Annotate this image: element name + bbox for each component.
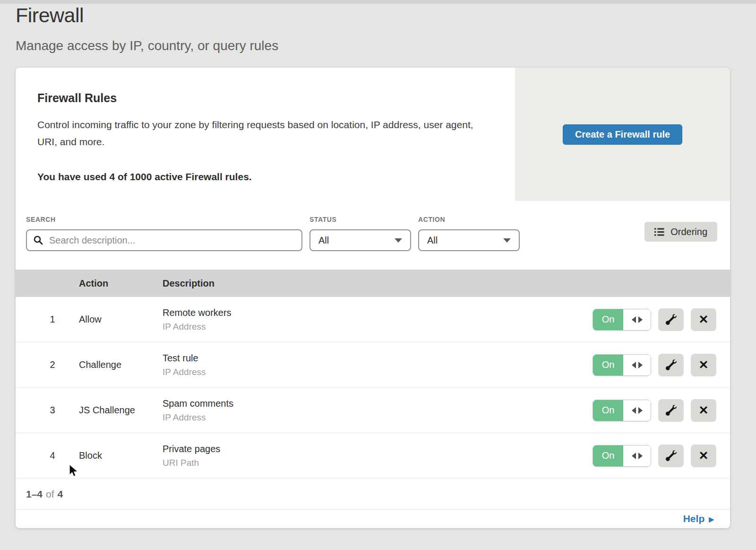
rule-priority: 3 (26, 405, 79, 416)
status-select[interactable]: All (309, 229, 411, 251)
create-firewall-rule-button[interactable]: Create a Firewall rule (563, 124, 682, 145)
page-header: Firewall Manage access by IP, country, o… (16, 4, 278, 53)
rules-table-body: 1 Allow Remote workers IP Address On ✕ (16, 297, 730, 479)
rule-match-type: IP Address (163, 322, 593, 332)
usage-note: You have used 4 of 1000 active Firewall … (37, 171, 496, 183)
page-subtitle: Manage access by IP, country, or query r… (16, 38, 278, 53)
action-column-header: Action (79, 278, 163, 289)
toggle-drag-handle[interactable] (623, 400, 651, 421)
toggle-on-label: On (593, 445, 623, 466)
chevron-down-icon (503, 238, 511, 243)
page-title: Firewall (16, 4, 278, 27)
pagination-range: 1–4 (26, 489, 43, 500)
triangle-left-icon (632, 407, 636, 414)
rule-action: Allow (79, 314, 163, 325)
table-row: 1 Allow Remote workers IP Address On ✕ (16, 297, 730, 342)
table-row: 2 Challenge Test rule IP Address On ✕ (16, 342, 730, 388)
status-label: STATUS (309, 216, 411, 223)
card-description: Control incoming traffic to your zone by… (37, 116, 484, 150)
pagination-separator: of (46, 489, 54, 500)
edit-rule-button[interactable] (658, 308, 684, 331)
rule-description: Test rule (163, 353, 593, 364)
action-selected-value: All (427, 235, 438, 246)
triangle-right-icon (638, 453, 643, 459)
rule-match-type: IP Address (163, 367, 593, 377)
edit-rule-button[interactable] (658, 445, 684, 467)
wrench-icon (666, 314, 677, 325)
action-select[interactable]: All (418, 229, 520, 251)
triangle-right-icon (638, 407, 643, 414)
help-link-label: Help (683, 513, 705, 524)
rule-action: JS Challenge (79, 405, 163, 416)
rule-enabled-toggle[interactable]: On (593, 400, 651, 421)
create-rule-panel: Create a Firewall rule (515, 68, 730, 201)
close-icon: ✕ (699, 314, 709, 325)
close-icon: ✕ (699, 359, 709, 371)
toggle-drag-handle[interactable] (623, 445, 651, 466)
card-heading: Firewall Rules (37, 91, 496, 105)
rule-match-type: URI Path (163, 458, 593, 468)
rule-priority: 1 (26, 314, 79, 325)
rule-match-type: IP Address (163, 412, 593, 423)
help-link[interactable]: Help ▶ (683, 513, 714, 524)
delete-rule-button[interactable]: ✕ (691, 308, 716, 331)
toggle-drag-handle[interactable] (623, 355, 651, 375)
ordered-list-icon (654, 228, 664, 236)
ordering-button[interactable]: Ordering (644, 222, 717, 242)
rule-description: Private pages (163, 444, 593, 454)
rule-priority: 2 (26, 359, 79, 370)
ordering-button-label: Ordering (670, 227, 707, 237)
search-box[interactable] (26, 229, 302, 251)
toggle-drag-handle[interactable] (623, 309, 651, 330)
rule-action: Challenge (79, 359, 163, 370)
status-selected-value: All (318, 235, 329, 246)
edit-rule-button[interactable] (658, 354, 684, 376)
action-label: ACTION (418, 216, 520, 223)
rule-action: Block (79, 450, 163, 461)
firewall-rules-card: Firewall Rules Control incoming traffic … (16, 68, 730, 528)
delete-rule-button[interactable]: ✕ (691, 445, 716, 467)
toggle-on-label: On (593, 355, 623, 375)
delete-rule-button[interactable]: ✕ (691, 399, 716, 422)
wrench-icon (666, 450, 677, 461)
rule-description: Remote workers (163, 307, 593, 318)
pagination-total: 4 (58, 489, 63, 500)
triangle-left-icon (632, 362, 636, 368)
rule-enabled-toggle[interactable]: On (593, 309, 651, 331)
triangle-right-icon (638, 316, 643, 323)
chevron-down-icon (395, 238, 402, 243)
table-header: Action Description (16, 270, 730, 297)
wrench-icon (666, 359, 677, 370)
delete-rule-button[interactable]: ✕ (691, 354, 716, 376)
firewall-page: { "page": { "title": "Firewall", "subtit… (0, 0, 756, 550)
search-label: SEARCH (26, 216, 302, 223)
close-icon: ✕ (699, 450, 709, 462)
table-row: 3 JS Challenge Spam comments IP Address … (16, 388, 730, 433)
filters-bar: SEARCH STATUS All ACTION All (16, 201, 730, 270)
rule-enabled-toggle[interactable]: On (593, 354, 651, 376)
search-icon (33, 235, 43, 245)
triangle-right-icon (638, 362, 643, 368)
pagination: 1–4 of 4 (16, 479, 730, 510)
arrow-right-icon: ▶ (709, 515, 714, 523)
search-input[interactable] (48, 235, 295, 246)
triangle-left-icon (632, 316, 636, 323)
card-intro-section: Firewall Rules Control incoming traffic … (16, 68, 730, 201)
toggle-on-label: On (593, 309, 623, 330)
table-row: 4 Block Private pages URI Path On ✕ (16, 433, 730, 479)
rule-priority: 4 (26, 450, 79, 461)
edit-rule-button[interactable] (658, 399, 684, 422)
rule-description: Spam comments (163, 398, 593, 409)
triangle-left-icon (632, 453, 636, 459)
rule-enabled-toggle[interactable]: On (593, 445, 651, 467)
wrench-icon (666, 405, 677, 416)
close-icon: ✕ (699, 404, 709, 416)
description-column-header: Description (163, 278, 730, 289)
toggle-on-label: On (593, 400, 623, 421)
